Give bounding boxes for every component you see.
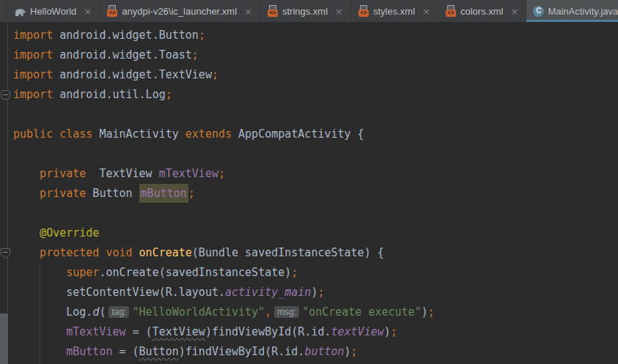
code-token: "onCreate execute"	[302, 305, 422, 319]
editor-tab-styles-xml[interactable]: <>styles.xml×	[351, 0, 438, 22]
code-token: AppCompatActivity {	[232, 127, 364, 141]
code-token: Button	[139, 345, 179, 358]
code-token: ;	[192, 48, 199, 62]
code-token: protected void	[13, 246, 133, 259]
parameter-hint-chip: tag:	[108, 306, 129, 318]
gradle-elephant-icon	[13, 6, 26, 17]
code-token: ,	[265, 305, 271, 319]
editor-tab-anydpi-v26-ic-launcher-xml[interactable]: <>anydpi-v26\ic_launcher.xml×	[100, 0, 260, 22]
fold-marker-icon[interactable]	[1, 248, 10, 259]
xml-file-icon: <>	[445, 5, 457, 17]
code-token: setContentView(R.layout.	[13, 286, 225, 299]
tab-label: MainActivity.java	[548, 6, 618, 17]
code-token: import	[13, 48, 53, 62]
code-line[interactable]: @Override	[0, 223, 618, 243]
code-token: ;	[218, 167, 225, 180]
code-line[interactable]: protected void onCreate(Bundle savedInst…	[0, 243, 618, 263]
code-token: .onCreate(savedInstanceState)	[99, 266, 291, 279]
code-token: TextView	[152, 325, 205, 338]
code-line[interactable]	[0, 204, 618, 223]
xml-file-icon: <>	[267, 5, 279, 17]
editor-tab-mainactivity-java[interactable]: CMainActivity.java×	[526, 0, 618, 22]
xml-file-icon: <>	[358, 5, 369, 17]
code-token: )	[345, 345, 351, 358]
code-line[interactable]	[0, 105, 618, 125]
code-line[interactable]: import android.util.Log;	[0, 85, 618, 105]
code-token: android.widget.Toast	[53, 48, 192, 62]
code-token: ;	[428, 305, 435, 319]
file-type-badge: <>	[358, 10, 369, 17]
fold-marker-icon[interactable]	[1, 90, 10, 101]
code-token: android.util.Log	[53, 88, 166, 101]
code-token: ;	[212, 68, 218, 81]
code-line[interactable]: private Button mButton;	[0, 184, 618, 204]
code-token: )findViewById(R.id.	[205, 325, 331, 338]
code-token: private	[13, 187, 86, 200]
code-token: import	[13, 29, 53, 42]
code-token: mButton	[13, 345, 112, 358]
code-token: @Override	[13, 226, 99, 239]
code-token: private	[13, 167, 86, 180]
tab-close-icon[interactable]: ×	[334, 7, 344, 16]
code-token: TextView	[86, 167, 158, 180]
tab-label: colors.xml	[460, 6, 504, 17]
file-type-badge: <>	[446, 10, 456, 17]
code-token: MainActivity	[92, 127, 185, 141]
code-line[interactable]: private TextView mTextView;	[0, 164, 618, 184]
code-token: public class	[13, 127, 92, 141]
xml-file-icon: <>	[106, 5, 118, 17]
code-token: "HelloWorldActivity"	[132, 305, 265, 319]
code-token: ;	[291, 266, 298, 279]
code-token: Button	[86, 187, 139, 200]
editor-tab-helloworld[interactable]: HelloWorld×	[7, 0, 100, 22]
code-token: import	[13, 68, 53, 81]
code-token: ;	[391, 325, 397, 338]
tab-close-icon[interactable]: ×	[83, 7, 92, 16]
code-token: mTextView	[13, 325, 126, 338]
file-type-badge: <>	[268, 10, 278, 17]
code-token: )	[422, 305, 428, 319]
code-line[interactable]: Log.d(tag:"HelloWorldActivity",msg:"onCr…	[0, 302, 618, 322]
code-token: button	[304, 345, 344, 358]
tab-close-icon[interactable]: ×	[243, 7, 253, 16]
tab-label: strings.xml	[282, 6, 328, 17]
code-token: ;	[166, 88, 172, 101]
code-line[interactable]: mButton = (Button)findViewById(R.id.butt…	[0, 342, 618, 362]
code-line[interactable]: super.onCreate(savedInstanceState);	[0, 263, 618, 283]
code-area: import android.widget.Button;import andr…	[0, 26, 618, 362]
tab-close-icon[interactable]: ×	[510, 7, 519, 16]
code-line[interactable]: import android.widget.Button;	[0, 26, 618, 45]
file-type-badge: <>	[107, 10, 117, 17]
code-token: Log.	[13, 305, 92, 319]
code-line[interactable]: setContentView(R.layout.activity_main);	[0, 283, 618, 302]
code-token: onCreate	[139, 246, 192, 259]
code-line[interactable]: import android.widget.TextView;	[0, 65, 618, 85]
code-line[interactable]	[0, 144, 618, 164]
editor-tab-strings-xml[interactable]: <>strings.xml×	[260, 0, 351, 22]
code-token: = (	[112, 345, 139, 358]
code-token: ;	[199, 29, 205, 42]
code-token: ;	[351, 345, 358, 358]
code-token: mButton	[139, 184, 188, 203]
code-token: activity_main	[225, 286, 311, 299]
tab-label: anydpi-v26\ic_launcher.xml	[122, 6, 237, 17]
code-token	[133, 246, 139, 259]
code-token: android.widget.TextView	[53, 68, 212, 81]
code-line[interactable]: mTextView = (TextView)findViewById(R.id.…	[0, 322, 618, 342]
editor-tab-bar: HelloWorld×<>anydpi-v26\ic_launcher.xml×…	[0, 0, 618, 22]
editor-tab-colors-xml[interactable]: <>colors.xml×	[438, 0, 526, 22]
parameter-hint-chip: msg:	[274, 306, 299, 318]
code-line[interactable]: import android.widget.Toast;	[0, 45, 618, 65]
code-token: )	[384, 325, 391, 338]
tab-label: styles.xml	[373, 6, 415, 17]
code-token: mTextView	[159, 167, 218, 180]
tab-close-icon[interactable]: ×	[422, 7, 431, 16]
tab-bar-spacer	[0, 0, 7, 22]
tab-label: HelloWorld	[30, 6, 76, 17]
code-token: import	[13, 88, 53, 101]
code-line[interactable]: public class MainActivity extends AppCom…	[0, 125, 618, 144]
code-token: super	[13, 266, 99, 279]
code-token: extends	[185, 127, 232, 141]
code-token: ;	[188, 187, 195, 200]
code-token: android.widget.Button	[53, 29, 199, 42]
